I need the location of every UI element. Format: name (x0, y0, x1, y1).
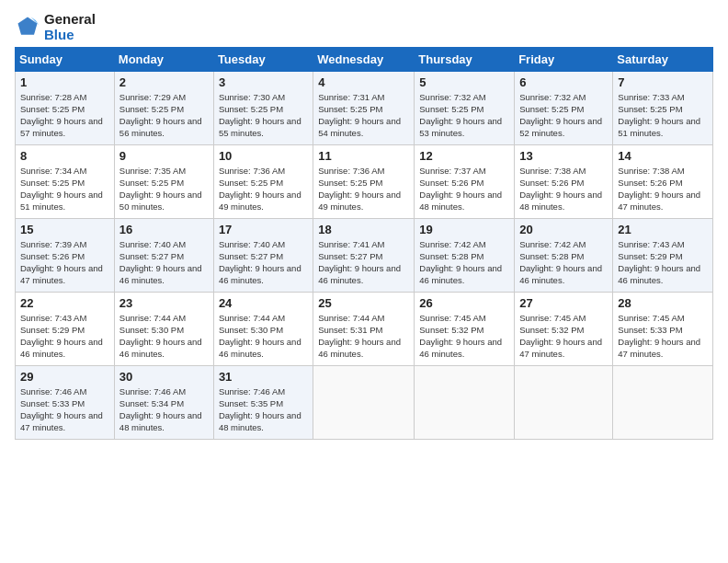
calendar-cell: 3Sunrise: 7:30 AMSunset: 5:25 PMDaylight… (213, 71, 313, 144)
day-number: 4 (318, 75, 410, 89)
day-info: Sunrise: 7:40 AMSunset: 5:27 PMDaylight:… (219, 238, 309, 287)
calendar-cell: 6Sunrise: 7:32 AMSunset: 5:25 PMDaylight… (515, 71, 613, 144)
col-header-thursday: Thursday (415, 47, 515, 71)
day-info: Sunrise: 7:42 AMSunset: 5:28 PMDaylight:… (519, 238, 609, 287)
day-info: Sunrise: 7:31 AMSunset: 5:25 PMDaylight:… (318, 91, 410, 140)
day-number: 7 (618, 75, 709, 89)
calendar-cell: 11Sunrise: 7:36 AMSunset: 5:25 PMDayligh… (313, 144, 415, 218)
day-number: 12 (419, 149, 510, 163)
calendar-week-4: 22Sunrise: 7:43 AMSunset: 5:29 PMDayligh… (16, 292, 713, 365)
calendar-cell: 19Sunrise: 7:42 AMSunset: 5:28 PMDayligh… (415, 218, 515, 292)
day-number: 21 (618, 223, 709, 236)
day-info: Sunrise: 7:43 AMSunset: 5:29 PMDaylight:… (20, 312, 110, 361)
day-number: 30 (119, 370, 210, 384)
calendar-cell: 30Sunrise: 7:46 AMSunset: 5:34 PMDayligh… (114, 365, 213, 439)
day-number: 9 (119, 149, 210, 163)
day-info: Sunrise: 7:45 AMSunset: 5:32 PMDaylight:… (519, 312, 609, 361)
calendar-cell: 20Sunrise: 7:42 AMSunset: 5:28 PMDayligh… (515, 218, 613, 292)
day-info: Sunrise: 7:44 AMSunset: 5:30 PMDaylight:… (219, 312, 309, 361)
calendar-cell: 16Sunrise: 7:40 AMSunset: 5:27 PMDayligh… (114, 218, 213, 292)
calendar-week-1: 1Sunrise: 7:28 AMSunset: 5:25 PMDaylight… (16, 71, 713, 144)
day-number: 11 (318, 149, 410, 163)
calendar-table: SundayMondayTuesdayWednesdayThursdayFrid… (15, 47, 713, 440)
day-info: Sunrise: 7:37 AMSunset: 5:26 PMDaylight:… (419, 165, 510, 213)
day-number: 28 (618, 296, 709, 310)
logo: General Blue (15, 11, 96, 43)
day-number: 5 (419, 75, 510, 89)
day-info: Sunrise: 7:38 AMSunset: 5:26 PMDaylight:… (519, 165, 609, 213)
calendar-cell: 25Sunrise: 7:44 AMSunset: 5:31 PMDayligh… (313, 292, 415, 365)
calendar-cell: 2Sunrise: 7:29 AMSunset: 5:25 PMDaylight… (114, 71, 213, 144)
day-info: Sunrise: 7:45 AMSunset: 5:32 PMDaylight:… (419, 312, 510, 361)
header: General Blue (15, 11, 713, 43)
calendar-cell: 4Sunrise: 7:31 AMSunset: 5:25 PMDaylight… (313, 71, 415, 144)
day-number: 8 (20, 149, 110, 163)
calendar-cell: 17Sunrise: 7:40 AMSunset: 5:27 PMDayligh… (213, 218, 313, 292)
day-number: 23 (119, 296, 210, 310)
day-number: 15 (20, 223, 110, 236)
calendar-cell: 31Sunrise: 7:46 AMSunset: 5:35 PMDayligh… (213, 365, 313, 439)
calendar-cell: 28Sunrise: 7:45 AMSunset: 5:33 PMDayligh… (613, 292, 713, 365)
day-number: 10 (219, 149, 309, 163)
day-number: 3 (219, 75, 309, 89)
col-header-wednesday: Wednesday (313, 47, 415, 71)
calendar-cell (515, 365, 613, 439)
day-number: 19 (419, 223, 510, 236)
day-number: 20 (519, 223, 609, 236)
calendar-cell: 5Sunrise: 7:32 AMSunset: 5:25 PMDaylight… (415, 71, 515, 144)
calendar-cell: 21Sunrise: 7:43 AMSunset: 5:29 PMDayligh… (613, 218, 713, 292)
day-number: 18 (318, 223, 410, 236)
day-info: Sunrise: 7:36 AMSunset: 5:25 PMDaylight:… (219, 165, 309, 213)
col-header-monday: Monday (114, 47, 213, 71)
day-number: 1 (20, 75, 110, 89)
day-info: Sunrise: 7:46 AMSunset: 5:33 PMDaylight:… (20, 385, 110, 434)
day-info: Sunrise: 7:36 AMSunset: 5:25 PMDaylight:… (318, 165, 410, 213)
day-info: Sunrise: 7:40 AMSunset: 5:27 PMDaylight:… (119, 238, 210, 287)
calendar-cell: 18Sunrise: 7:41 AMSunset: 5:27 PMDayligh… (313, 218, 415, 292)
calendar-week-3: 15Sunrise: 7:39 AMSunset: 5:26 PMDayligh… (16, 218, 713, 292)
day-info: Sunrise: 7:29 AMSunset: 5:25 PMDaylight:… (119, 91, 210, 140)
logo-icon (15, 14, 40, 40)
day-number: 29 (20, 370, 110, 384)
calendar-cell: 10Sunrise: 7:36 AMSunset: 5:25 PMDayligh… (213, 144, 313, 218)
calendar-cell: 12Sunrise: 7:37 AMSunset: 5:26 PMDayligh… (415, 144, 515, 218)
day-info: Sunrise: 7:35 AMSunset: 5:25 PMDaylight:… (119, 165, 210, 213)
day-info: Sunrise: 7:44 AMSunset: 5:31 PMDaylight:… (318, 312, 410, 361)
day-info: Sunrise: 7:43 AMSunset: 5:29 PMDaylight:… (618, 238, 709, 287)
col-header-tuesday: Tuesday (213, 47, 313, 71)
day-number: 2 (119, 75, 210, 89)
day-number: 14 (618, 149, 709, 163)
calendar-cell (415, 365, 515, 439)
day-number: 17 (219, 223, 309, 236)
calendar-cell: 15Sunrise: 7:39 AMSunset: 5:26 PMDayligh… (16, 218, 115, 292)
calendar-cell (613, 365, 713, 439)
day-info: Sunrise: 7:33 AMSunset: 5:25 PMDaylight:… (618, 91, 709, 140)
day-info: Sunrise: 7:38 AMSunset: 5:26 PMDaylight:… (618, 165, 709, 213)
day-info: Sunrise: 7:45 AMSunset: 5:33 PMDaylight:… (618, 312, 709, 361)
day-info: Sunrise: 7:39 AMSunset: 5:26 PMDaylight:… (20, 238, 110, 287)
page-container: General Blue SundayMondayTuesdayWednesda… (0, 0, 728, 447)
day-info: Sunrise: 7:28 AMSunset: 5:25 PMDaylight:… (20, 91, 110, 140)
calendar-cell: 26Sunrise: 7:45 AMSunset: 5:32 PMDayligh… (415, 292, 515, 365)
calendar-cell: 1Sunrise: 7:28 AMSunset: 5:25 PMDaylight… (16, 71, 115, 144)
calendar-cell: 8Sunrise: 7:34 AMSunset: 5:25 PMDaylight… (16, 144, 115, 218)
calendar-cell: 14Sunrise: 7:38 AMSunset: 5:26 PMDayligh… (613, 144, 713, 218)
day-info: Sunrise: 7:42 AMSunset: 5:28 PMDaylight:… (419, 238, 510, 287)
day-number: 31 (219, 370, 309, 384)
day-info: Sunrise: 7:46 AMSunset: 5:35 PMDaylight:… (219, 385, 309, 434)
calendar-cell: 27Sunrise: 7:45 AMSunset: 5:32 PMDayligh… (515, 292, 613, 365)
day-number: 22 (20, 296, 110, 310)
calendar-cell (313, 365, 415, 439)
calendar-cell: 29Sunrise: 7:46 AMSunset: 5:33 PMDayligh… (16, 365, 115, 439)
calendar-cell: 23Sunrise: 7:44 AMSunset: 5:30 PMDayligh… (114, 292, 213, 365)
day-info: Sunrise: 7:44 AMSunset: 5:30 PMDaylight:… (119, 312, 210, 361)
calendar-week-2: 8Sunrise: 7:34 AMSunset: 5:25 PMDaylight… (16, 144, 713, 218)
col-header-sunday: Sunday (16, 47, 115, 71)
header-row: SundayMondayTuesdayWednesdayThursdayFrid… (16, 47, 713, 71)
day-info: Sunrise: 7:32 AMSunset: 5:25 PMDaylight:… (419, 91, 510, 140)
day-number: 25 (318, 296, 410, 310)
calendar-cell: 9Sunrise: 7:35 AMSunset: 5:25 PMDaylight… (114, 144, 213, 218)
day-number: 27 (519, 296, 609, 310)
calendar-cell: 13Sunrise: 7:38 AMSunset: 5:26 PMDayligh… (515, 144, 613, 218)
day-info: Sunrise: 7:46 AMSunset: 5:34 PMDaylight:… (119, 385, 210, 434)
